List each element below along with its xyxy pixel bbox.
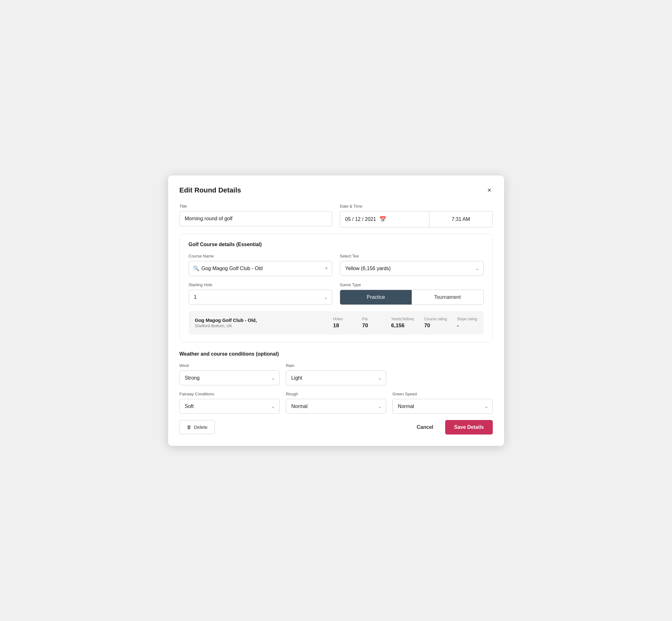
wind-wrap: Strong ⌄ <box>179 370 280 385</box>
wind-rain-row: Wind Strong ⌄ Rain Light ⌄ <box>179 363 493 385</box>
tournament-button[interactable]: Tournament <box>412 290 483 304</box>
weather-section-title: Weather and course conditions (optional) <box>179 351 493 357</box>
yards-label: Yards(Yellow) <box>391 317 414 321</box>
holes-value: 18 <box>333 323 339 329</box>
search-icon: 🔍 <box>193 265 199 272</box>
fairway-dropdown[interactable]: Soft <box>179 399 280 414</box>
select-tee-group: Select Tee Yellow (6,156 yards) ⌄ <box>340 254 484 276</box>
course-name-group: Course Name 🔍 × <box>189 254 333 276</box>
select-tee-wrap: Yellow (6,156 yards) ⌄ <box>340 261 484 276</box>
par-value: 70 <box>362 323 368 329</box>
rough-wrap: Normal ⌄ <box>286 399 386 414</box>
wind-group: Wind Strong ⌄ <box>179 363 280 385</box>
fairway-label: Fairway Conditions <box>179 391 280 396</box>
golf-section-title: Golf Course details (Essential) <box>189 242 484 247</box>
footer-row: 🗑 Delete Cancel Save Details <box>179 420 493 434</box>
hole-gametype-row: Starting Hole 1 ⌄ Game Type Practice Tou… <box>189 282 484 305</box>
starting-hole-dropdown[interactable]: 1 <box>189 290 333 304</box>
weather-section: Weather and course conditions (optional)… <box>179 351 493 414</box>
rain-group: Rain Light ⌄ <box>286 363 386 385</box>
title-datetime-row: Title Date & Time 05 / 12 / 2021 📅 7:31 … <box>179 204 493 227</box>
course-rating-label: Course rating <box>424 317 447 321</box>
starting-hole-label: Starting Hole <box>189 282 333 287</box>
course-name-input[interactable] <box>189 261 333 276</box>
slope-rating-label: Slope rating <box>457 317 477 321</box>
fairway-rough-green-row: Fairway Conditions Soft ⌄ Rough Normal ⌄ <box>179 391 493 414</box>
trash-icon: 🗑 <box>187 424 192 430</box>
calendar-icon: 📅 <box>379 216 386 223</box>
title-label: Title <box>179 204 333 209</box>
course-tee-row: Course Name 🔍 × Select Tee Yellow (6,156… <box>189 254 484 276</box>
course-location: Shelford Bottom, UK <box>195 323 333 328</box>
golf-course-section: Golf Course details (Essential) Course N… <box>179 234 493 342</box>
fairway-group: Fairway Conditions Soft ⌄ <box>179 391 280 414</box>
select-tee-dropdown[interactable]: Yellow (6,156 yards) <box>340 261 484 276</box>
course-info-box: Gog Magog Golf Club - Old, Shelford Bott… <box>189 311 484 334</box>
course-stats: Holes 18 Par 70 Yards(Yellow) 6,156 Cour… <box>333 317 477 329</box>
datetime-group: Date & Time 05 / 12 / 2021 📅 7:31 AM <box>340 204 493 227</box>
close-button[interactable]: × <box>486 185 493 195</box>
select-tee-label: Select Tee <box>340 254 484 258</box>
rough-dropdown[interactable]: Normal <box>286 399 386 414</box>
course-name-col: Gog Magog Golf Club - Old, Shelford Bott… <box>195 318 333 328</box>
holes-label: Holes <box>333 317 343 321</box>
course-search-wrap: 🔍 × <box>189 261 333 276</box>
game-type-toggle: Practice Tournament <box>340 290 484 305</box>
modal-header: Edit Round Details × <box>179 185 493 195</box>
green-speed-group: Green Speed Normal ⌄ <box>392 391 493 414</box>
delete-button[interactable]: 🗑 Delete <box>179 420 215 434</box>
save-button[interactable]: Save Details <box>445 420 493 434</box>
delete-label: Delete <box>194 424 208 430</box>
course-rating-stat: Course rating 70 <box>424 317 447 329</box>
date-time-row: 05 / 12 / 2021 📅 7:31 AM <box>340 211 493 227</box>
wind-dropdown[interactable]: Strong <box>179 370 280 385</box>
green-speed-label: Green Speed <box>392 391 493 396</box>
edit-round-modal: Edit Round Details × Title Date & Time 0… <box>168 175 504 446</box>
holes-stat: Holes 18 <box>333 317 352 329</box>
rough-group: Rough Normal ⌄ <box>286 391 386 414</box>
game-type-group: Game Type Practice Tournament <box>340 282 484 305</box>
datetime-label: Date & Time <box>340 204 493 209</box>
date-value: 05 / 12 / 2021 <box>345 216 376 222</box>
cancel-button[interactable]: Cancel <box>411 420 439 434</box>
rough-label: Rough <box>286 391 386 396</box>
yards-stat: Yards(Yellow) 6,156 <box>391 317 414 329</box>
fairway-wrap: Soft ⌄ <box>179 399 280 414</box>
par-label: Par <box>362 317 368 321</box>
time-field[interactable]: 7:31 AM <box>429 211 493 227</box>
rain-wrap: Light ⌄ <box>286 370 386 385</box>
rain-dropdown[interactable]: Light <box>286 370 386 385</box>
course-rating-value: 70 <box>424 323 430 329</box>
rain-label: Rain <box>286 363 386 368</box>
par-stat: Par 70 <box>362 317 381 329</box>
green-speed-wrap: Normal ⌄ <box>392 399 493 414</box>
title-group: Title <box>179 204 333 227</box>
wind-label: Wind <box>179 363 280 368</box>
green-speed-dropdown[interactable]: Normal <box>392 399 493 414</box>
game-type-label: Game Type <box>340 282 484 287</box>
clear-course-button[interactable]: × <box>325 266 328 272</box>
starting-hole-group: Starting Hole 1 ⌄ <box>189 282 333 305</box>
modal-title: Edit Round Details <box>179 186 241 194</box>
footer-right: Cancel Save Details <box>411 420 493 434</box>
yards-value: 6,156 <box>391 323 405 329</box>
course-name-label: Course Name <box>189 254 333 258</box>
starting-hole-wrap: 1 ⌄ <box>189 290 333 304</box>
title-input[interactable] <box>179 211 333 226</box>
slope-rating-stat: Slope rating - <box>457 317 477 329</box>
date-field[interactable]: 05 / 12 / 2021 📅 <box>340 211 429 227</box>
time-value: 7:31 AM <box>452 216 470 222</box>
slope-rating-value: - <box>457 323 459 329</box>
practice-button[interactable]: Practice <box>340 290 412 304</box>
course-full-name: Gog Magog Golf Club - Old, <box>195 318 333 323</box>
